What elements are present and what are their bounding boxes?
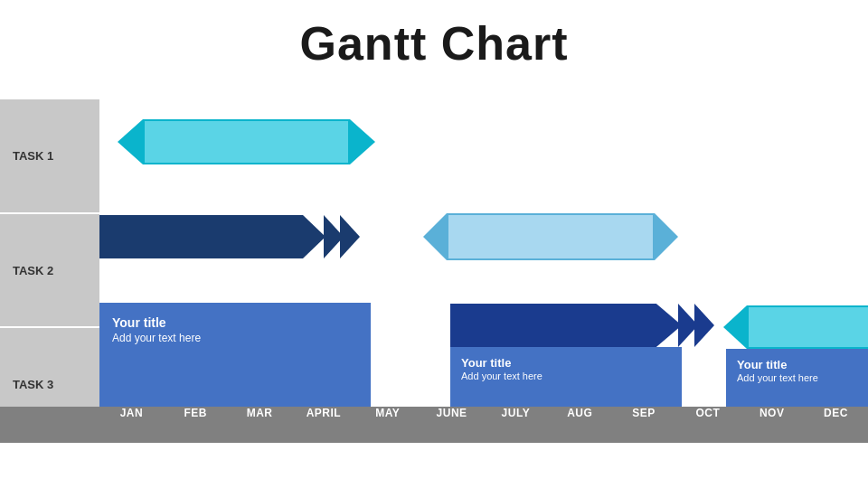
task2-bar-1 bbox=[99, 215, 326, 258]
task2-bar-2 bbox=[423, 213, 678, 260]
task3-rect-right bbox=[747, 305, 868, 349]
task3-arrow-right-left bbox=[723, 305, 747, 349]
task2-rect-2 bbox=[447, 213, 655, 260]
task1-rect bbox=[143, 119, 350, 164]
task-labels: TASK 1 TASK 2 TASK 3 bbox=[0, 99, 99, 443]
task3-box1-title: Your title bbox=[112, 315, 362, 330]
task3-box3: Your title Add your text here bbox=[726, 349, 868, 410]
task1-bar bbox=[118, 119, 375, 164]
task3-box3-text: Add your text here bbox=[737, 371, 868, 385]
month-nov: NOV bbox=[740, 407, 804, 443]
gantt-rows: Your title Add your text here Your title… bbox=[99, 99, 868, 407]
task2-chevrons bbox=[324, 215, 362, 258]
page: Gantt Chart TASK 1 TASK 2 TASK 3 bbox=[0, 0, 868, 488]
task3-pentagon bbox=[450, 304, 682, 347]
task3-box3-title: Your title bbox=[737, 358, 868, 371]
task3-bar-right bbox=[723, 305, 868, 349]
month-jan: JAN bbox=[99, 407, 164, 443]
gantt-row-task2 bbox=[99, 199, 868, 298]
month-mar: MAR bbox=[228, 407, 292, 443]
month-axis: JAN FEB MAR APRIL MAY JUNE JULY AUG SEP … bbox=[0, 407, 868, 443]
month-axis-spacer bbox=[0, 407, 99, 443]
month-april: APRIL bbox=[291, 407, 355, 443]
task2-pentagon-1 bbox=[99, 215, 326, 258]
task1-arrow-left bbox=[118, 119, 143, 164]
month-aug: AUG bbox=[548, 407, 612, 443]
task3-chevrons bbox=[678, 304, 716, 347]
month-oct: OCT bbox=[675, 407, 740, 443]
month-feb: FEB bbox=[164, 407, 228, 443]
month-may: MAY bbox=[355, 407, 420, 443]
task2-arrow2-left bbox=[423, 213, 447, 260]
task1-arrow-right bbox=[350, 119, 375, 164]
task3-box1-text: Add your text here bbox=[112, 330, 362, 346]
task2-arrow2-right bbox=[655, 213, 678, 260]
chart-area: TASK 1 TASK 2 TASK 3 bbox=[0, 99, 868, 443]
task3-box1: Your title Add your text here bbox=[99, 303, 371, 409]
task3-box2: Your title Add your text here bbox=[450, 347, 682, 408]
task3-box2-text: Add your text here bbox=[461, 370, 673, 383]
task3-box2-title: Your title bbox=[461, 356, 673, 370]
gantt-row-task1 bbox=[99, 99, 868, 199]
task-label-2: TASK 2 bbox=[0, 214, 99, 329]
month-june: JUNE bbox=[420, 407, 484, 443]
month-july: JULY bbox=[484, 407, 548, 443]
month-sep: SEP bbox=[612, 407, 676, 443]
page-title: Gantt Chart bbox=[0, 0, 868, 70]
gantt-row-task3: Your title Add your text here Your title… bbox=[99, 298, 868, 407]
month-dec: DEC bbox=[804, 407, 868, 443]
task-label-1: TASK 1 bbox=[0, 99, 99, 214]
